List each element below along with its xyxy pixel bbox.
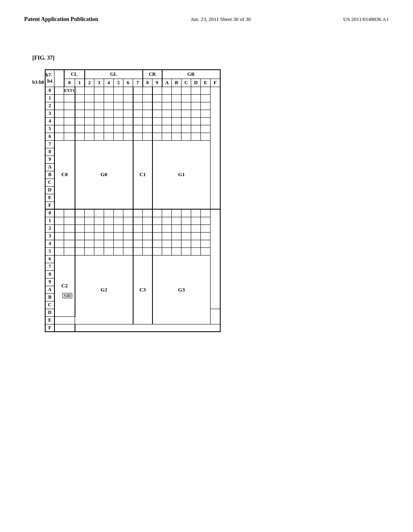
- table-row: 2: [45, 102, 220, 110]
- cell-s1-0-1: EXT1: [64, 87, 75, 94]
- table-row: 0 EXT1: [45, 87, 220, 94]
- cl-header: CL: [64, 70, 85, 79]
- gr-header: GR: [162, 70, 220, 79]
- col-header-6: 6: [123, 79, 133, 87]
- c2-f-cell: [54, 324, 75, 332]
- table-row: 2: [45, 224, 220, 232]
- main-table: b7-b4 CL GL CR GR 0 1 2 3 4 5 6 7 8: [45, 69, 220, 332]
- gl-header: GL: [85, 70, 143, 79]
- col-header-0: 0: [64, 79, 75, 87]
- header-publication-title: Patent Application Publication: [24, 16, 98, 23]
- b3b0-value-s1-0: 0: [45, 87, 54, 94]
- c0-cell: C0: [54, 140, 75, 209]
- table-row: 7 C0 G0 C1 G1: [45, 140, 220, 148]
- col-header-B: B: [172, 79, 181, 87]
- cell-s1-0-3: [85, 87, 94, 94]
- header-date-sheet: Jun. 23, 2011 Sheet 30 of 30: [191, 16, 250, 23]
- g1-cell: G1: [152, 140, 211, 209]
- col-header-7: 7: [133, 79, 143, 87]
- cell-s1-0-2: [75, 87, 85, 94]
- g0-cell: G0: [75, 140, 133, 209]
- col-header-9: 9: [152, 79, 162, 87]
- col-header-3: 3: [94, 79, 104, 87]
- col-header-C: C: [181, 79, 191, 87]
- cell-s1-0-E: [191, 87, 201, 94]
- cell-s1-0-C: [172, 87, 181, 94]
- cell-s1-0-A: [152, 87, 162, 94]
- left-labels-area: b3-b0: [32, 69, 45, 332]
- cell-s1-0-4: [94, 87, 104, 94]
- cell-s1-0-9: [143, 87, 152, 94]
- table-row: 6 C2 G2 C3 G3: [45, 255, 220, 263]
- b3b0-label: b3-b0: [32, 79, 44, 85]
- col-header-8: 8: [143, 79, 152, 87]
- table-row: F: [45, 324, 220, 332]
- page-header: Patent Application Publication Jun. 23, …: [0, 0, 413, 23]
- figure-label: [FIG. 37]: [0, 23, 413, 69]
- col-header-E: E: [201, 79, 211, 87]
- main-content: b3-b0 b7-b4 CL GL CR GR 0 1: [0, 69, 413, 332]
- col-header-A: A: [162, 79, 172, 87]
- b7b4-header: b7-b4: [45, 70, 54, 87]
- table-row: 5: [45, 247, 220, 255]
- cell-s1-0-0: [54, 87, 64, 94]
- table-row: 4: [45, 240, 220, 247]
- col-header-4: 4: [104, 79, 114, 87]
- cell-s1-0-7: [123, 87, 133, 94]
- header-patent-number: US 2011/0149036 A1: [343, 16, 389, 23]
- cell-s1-0-B: [162, 87, 172, 94]
- ext1-label: EXT1: [64, 88, 75, 93]
- col-header-2: 2: [85, 79, 94, 87]
- col-header-F: F: [211, 79, 220, 87]
- cell-s1-0-F: [201, 87, 211, 94]
- g2-cell: G2: [75, 255, 133, 324]
- c1-cell: C1: [133, 140, 152, 209]
- col-header-1: 1: [75, 79, 85, 87]
- c3-cell: C3: [133, 255, 152, 324]
- table-row: 4: [45, 117, 220, 125]
- table-row: 1: [45, 94, 220, 102]
- cell-s1-0-8: [133, 87, 143, 94]
- b3b0-header-placeholder: [54, 70, 64, 87]
- table-row: 3: [45, 110, 220, 117]
- table-row: 0: [45, 209, 220, 217]
- cell-s1-0-6: [114, 87, 123, 94]
- cell-s1-0-5: [104, 87, 114, 94]
- col-header-D: D: [191, 79, 201, 87]
- c2-cell: C2: [54, 255, 75, 316]
- cell-s1-0-D: [181, 87, 191, 94]
- c2-ext-cell: [211, 309, 220, 324]
- table-row: 6: [45, 133, 220, 140]
- table-row: 5: [45, 125, 220, 133]
- g3-cell: G3: [152, 255, 211, 324]
- cr-header: CR: [143, 70, 162, 79]
- table-row: 1: [45, 217, 220, 224]
- table-row: 3: [45, 232, 220, 240]
- col-header-5: 5: [114, 79, 123, 87]
- s3d-label: S3D: [63, 293, 72, 298]
